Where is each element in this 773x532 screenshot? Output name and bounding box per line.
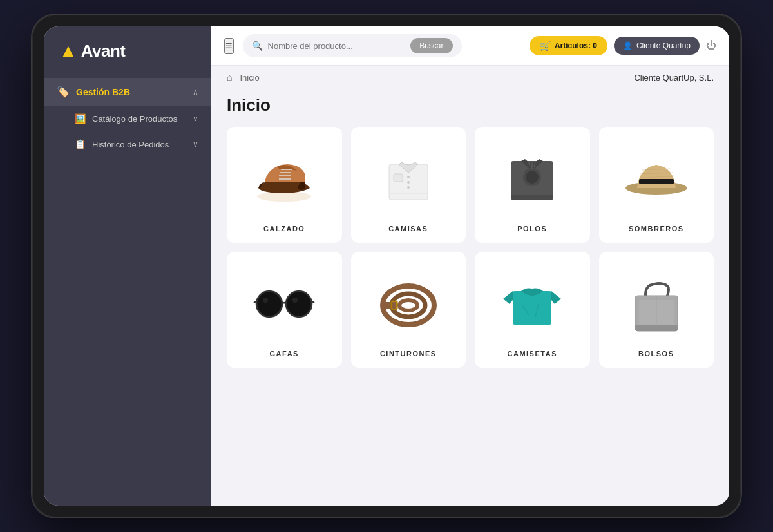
- svg-point-7: [407, 176, 410, 178]
- category-image-camisas: [370, 140, 447, 214]
- sidebar-item-catalogo[interactable]: 🖼️ Catálogo de Productos ∨: [44, 106, 211, 131]
- category-image-bolsos: [618, 265, 695, 339]
- tag-icon: 🏷️: [57, 86, 70, 98]
- svg-rect-37: [513, 291, 551, 325]
- category-image-sombreros: [618, 140, 695, 214]
- client-name: Cliente QuartUp, S.L.: [634, 73, 714, 82]
- category-image-polos: [493, 140, 571, 214]
- sidebar-nav: 🏷️ Gestión B2B ∧ 🖼️ Catálogo de Producto…: [44, 73, 211, 506]
- page-title: Inicio: [227, 95, 714, 115]
- svg-rect-17: [511, 195, 553, 200]
- svg-point-8: [407, 181, 410, 184]
- breadcrumb-bar: ⌂ Inicio Cliente QuartUp, S.L.: [211, 66, 729, 89]
- category-card-camisetas[interactable]: CAMISETAS: [475, 252, 590, 368]
- chevron-down-icon: ∨: [193, 140, 198, 149]
- category-label-camisas: CAMISAS: [388, 225, 428, 233]
- category-card-cinturones[interactable]: CINTURONES: [351, 252, 466, 368]
- search-input[interactable]: [268, 41, 406, 51]
- category-card-sombreros[interactable]: SOMBREROS: [599, 127, 714, 243]
- topbar: ≡ 🔍 Buscar 🛒 Artículos: 0 👤 Cliente Quar…: [211, 26, 729, 66]
- sidebar-item-label: Gestión B2B: [76, 87, 130, 97]
- doc-icon: 📋: [75, 139, 86, 149]
- category-label-gafas: GAFAS: [270, 350, 299, 357]
- category-card-camisas[interactable]: CAMISAS: [351, 127, 466, 243]
- svg-rect-6: [394, 174, 403, 182]
- svg-point-31: [292, 298, 298, 303]
- sidebar-item-gestion-b2b[interactable]: 🏷️ Gestión B2B ∧: [44, 78, 211, 106]
- svg-point-25: [258, 292, 281, 316]
- category-image-cinturones: [370, 265, 447, 339]
- tablet-frame: ▲ Avant 🏷️ Gestión B2B ∧ 🖼️ Catálogo de …: [32, 15, 741, 517]
- cart-button[interactable]: 🛒 Artículos: 0: [530, 36, 607, 55]
- category-label-bolsos: BOLSOS: [638, 350, 674, 357]
- breadcrumb: ⌂ Inicio: [227, 72, 260, 82]
- logo-area: ▲ Avant: [44, 26, 211, 73]
- menu-button[interactable]: ≡: [224, 38, 234, 54]
- category-label-polos: POLOS: [517, 225, 547, 233]
- category-label-camisetas: CAMISETAS: [508, 350, 557, 357]
- main-content: ≡ 🔍 Buscar 🛒 Artículos: 0 👤 Cliente Quar…: [211, 26, 729, 506]
- category-card-polos[interactable]: POLOS: [475, 127, 590, 243]
- category-label-calzado: CALZADO: [263, 225, 305, 233]
- category-label-sombreros: SOMBREROS: [629, 225, 684, 233]
- logo-icon: ▲: [59, 41, 77, 61]
- power-button[interactable]: ⏻: [706, 40, 716, 52]
- svg-point-13: [526, 171, 539, 184]
- sidebar-item-historico[interactable]: 📋 Histórico de Pedidos ∨: [44, 131, 211, 157]
- cart-icon: 🛒: [540, 41, 551, 51]
- app-name: Avant: [81, 41, 126, 61]
- category-card-gafas[interactable]: GAFAS: [227, 252, 342, 368]
- svg-rect-36: [392, 302, 396, 309]
- svg-point-34: [399, 300, 417, 310]
- category-image-gafas: [245, 265, 323, 339]
- category-card-calzado[interactable]: CALZADO: [227, 127, 342, 243]
- chevron-up-icon: ∧: [193, 88, 198, 97]
- svg-point-30: [263, 298, 268, 303]
- page-content: Inicio CALZADO CAMISA: [211, 89, 729, 506]
- user-icon: 👤: [623, 41, 633, 50]
- search-button[interactable]: Buscar: [410, 38, 452, 53]
- svg-point-9: [407, 186, 410, 189]
- category-image-camisetas: [493, 265, 571, 339]
- sidebar-item-label: Catálogo de Productos: [92, 114, 177, 124]
- svg-point-27: [287, 292, 310, 316]
- search-icon: 🔍: [252, 41, 263, 51]
- sidebar-item-label: Histórico de Pedidos: [92, 140, 169, 149]
- category-card-bolsos[interactable]: BOLSOS: [599, 252, 714, 368]
- svg-rect-20: [639, 179, 674, 184]
- categories-grid: CALZADO CAMISAS POLOS: [227, 127, 714, 368]
- cart-label: Artículos: 0: [555, 41, 597, 50]
- sidebar: ▲ Avant 🏷️ Gestión B2B ∧ 🖼️ Catálogo de …: [44, 26, 211, 506]
- image-icon: 🖼️: [75, 113, 86, 124]
- tablet-screen: ▲ Avant 🏷️ Gestión B2B ∧ 🖼️ Catálogo de …: [44, 26, 729, 506]
- topbar-right: 🛒 Artículos: 0 👤 Cliente Quartup ⏻: [530, 36, 716, 55]
- category-image-calzado: [245, 140, 323, 214]
- client-button[interactable]: 👤 Cliente Quartup: [614, 37, 700, 55]
- category-label-cinturones: CINTURONES: [380, 350, 437, 357]
- search-bar: 🔍 Buscar: [243, 34, 462, 57]
- chevron-down-icon: ∨: [193, 114, 198, 123]
- breadcrumb-item: Inicio: [240, 73, 259, 82]
- client-label: Cliente Quartup: [636, 41, 691, 50]
- home-icon: ⌂: [227, 72, 232, 82]
